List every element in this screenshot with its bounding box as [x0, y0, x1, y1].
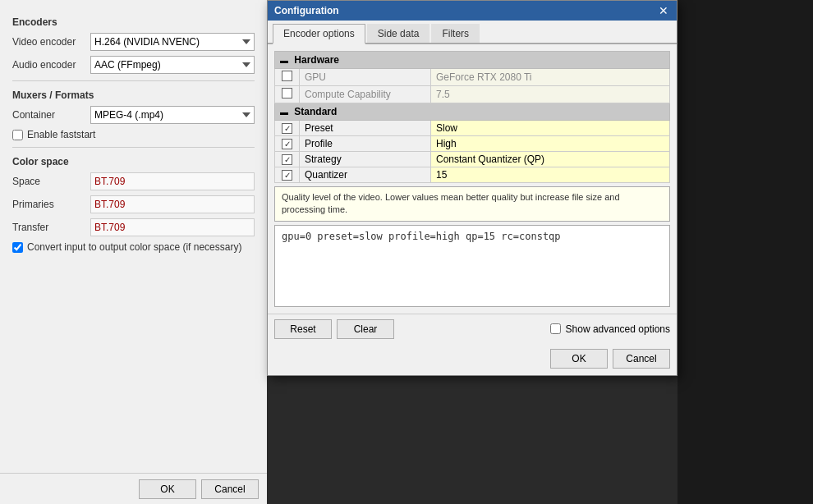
enable-faststart-checkbox[interactable] — [12, 130, 23, 140]
strategy-checkbox[interactable]: ✓ — [282, 154, 292, 165]
strategy-row: ✓ Strategy Constant Quantizer (QP) — [275, 152, 670, 167]
transfer-row: Transfer — [12, 218, 255, 236]
video-encoder-label: Video encoder — [12, 36, 90, 48]
tab-encoder-options[interactable]: Encoder options — [273, 24, 365, 44]
gpu-checkbox — [282, 71, 292, 81]
standard-group-header: ▬ Standard — [275, 103, 670, 121]
preset-name-cell: Preset — [300, 121, 431, 136]
hardware-group-label: Hardware — [294, 54, 339, 66]
convert-color-label: Convert input to output color space (if … — [27, 241, 241, 253]
video-encoder-row: Video encoder H.264 (NVIDIA NVENC) — [12, 33, 255, 51]
hardware-collapse-icon[interactable]: ▬ — [280, 56, 288, 65]
modal-footer: Reset Clear Show advanced options — [268, 314, 677, 344]
encoders-section-label: Encoders — [12, 16, 255, 28]
standard-collapse-icon[interactable]: ▬ — [280, 108, 288, 117]
modal-close-button[interactable]: ✕ — [657, 5, 670, 16]
reset-button[interactable]: Reset — [274, 319, 332, 339]
compute-capability-row: Compute Capability 7.5 — [275, 86, 670, 103]
transfer-label: Transfer — [12, 222, 90, 233]
quantizer-row: ✓ Quantizer 15 — [275, 167, 670, 183]
divider-2 — [12, 147, 255, 148]
container-row: Container MPEG-4 (.mp4) — [12, 106, 255, 124]
divider-1 — [12, 80, 255, 81]
transfer-input — [90, 218, 255, 236]
profile-checkbox[interactable]: ✓ — [282, 139, 292, 149]
left-cancel-button[interactable]: Cancel — [201, 479, 259, 499]
audio-encoder-select[interactable]: AAC (FFmpeg) — [90, 56, 255, 74]
left-panel: Encoders Video encoder H.264 (NVIDIA NVE… — [0, 0, 267, 504]
container-label: Container — [12, 109, 90, 121]
modal-body: ▬ Hardware GPU GeForce RTX 2080 Ti Compu… — [268, 44, 677, 314]
enable-faststart-label: Enable faststart — [27, 129, 95, 140]
audio-encoder-label: Audio encoder — [12, 59, 90, 71]
profile-row: ✓ Profile High — [275, 136, 670, 152]
primaries-label: Primaries — [12, 199, 90, 210]
convert-color-checkbox[interactable] — [12, 242, 23, 253]
show-advanced-label: Show advanced options — [566, 323, 670, 335]
clear-button[interactable]: Clear — [337, 319, 394, 339]
left-panel-bottom-bar: OK Cancel — [0, 473, 267, 504]
primaries-row: Primaries — [12, 195, 255, 213]
primaries-input — [90, 195, 255, 213]
quantizer-checkbox[interactable]: ✓ — [282, 170, 292, 181]
tooltip-box: Quality level of the video. Lower values… — [274, 186, 670, 222]
preset-row: ✓ Preset Slow — [275, 121, 670, 136]
gpu-row: GPU GeForce RTX 2080 Ti — [275, 69, 670, 86]
modal-ok-button[interactable]: OK — [550, 349, 608, 369]
preset-checkbox[interactable]: ✓ — [282, 123, 292, 134]
gpu-name-cell: GPU — [300, 69, 431, 86]
audio-encoder-row: Audio encoder AAC (FFmpeg) — [12, 56, 255, 74]
tab-side-data[interactable]: Side data — [367, 24, 430, 43]
quantizer-value-cell[interactable]: 15 — [431, 167, 670, 183]
space-label: Space — [12, 176, 90, 187]
enable-faststart-row: Enable faststart — [12, 129, 255, 140]
strategy-name-cell: Strategy — [300, 152, 431, 167]
space-row: Space — [12, 172, 255, 190]
space-input — [90, 172, 255, 190]
modal-cancel-button[interactable]: Cancel — [613, 349, 670, 369]
footer-right-options: Show advanced options — [550, 323, 670, 335]
modal-bottom-buttons: OK Cancel — [268, 344, 677, 375]
preset-value-cell[interactable]: Slow — [431, 121, 670, 136]
standard-group-label: Standard — [294, 106, 337, 117]
compute-value-cell: 7.5 — [431, 86, 670, 103]
command-output[interactable]: gpu=0 preset=slow profile=high qp=15 rc=… — [274, 225, 670, 307]
muxers-section-label: Muxers / Formats — [12, 89, 255, 101]
left-ok-button[interactable]: OK — [139, 479, 196, 499]
strategy-value-cell[interactable]: Constant Quantizer (QP) — [431, 152, 670, 167]
options-table: ▬ Hardware GPU GeForce RTX 2080 Ti Compu… — [274, 51, 670, 183]
configuration-modal: Configuration ✕ Encoder options Side dat… — [267, 0, 678, 376]
quantizer-name-cell: Quantizer — [300, 167, 431, 183]
command-text: gpu=0 preset=slow profile=high qp=15 rc=… — [282, 231, 561, 242]
gpu-value-cell: GeForce RTX 2080 Ti — [431, 69, 670, 86]
tab-filters[interactable]: Filters — [431, 24, 480, 43]
video-encoder-select[interactable]: H.264 (NVIDIA NVENC) — [90, 33, 255, 51]
profile-value-cell[interactable]: High — [431, 136, 670, 152]
dark-background — [678, 0, 813, 504]
modal-title: Configuration — [274, 5, 339, 16]
hardware-group-header: ▬ Hardware — [275, 52, 670, 69]
modal-tabs: Encoder options Side data Filters — [268, 21, 677, 44]
tooltip-text: Quality level of the video. Lower values… — [282, 192, 620, 214]
show-advanced-checkbox[interactable] — [550, 323, 561, 334]
color-space-section-label: Color space — [12, 156, 255, 167]
profile-name-cell: Profile — [300, 136, 431, 152]
compute-checkbox — [282, 88, 292, 99]
modal-titlebar: Configuration ✕ — [268, 1, 677, 21]
convert-color-row: Convert input to output color space (if … — [12, 241, 255, 253]
container-select[interactable]: MPEG-4 (.mp4) — [90, 106, 255, 124]
compute-name-cell: Compute Capability — [300, 86, 431, 103]
footer-left-buttons: Reset Clear — [274, 319, 394, 339]
